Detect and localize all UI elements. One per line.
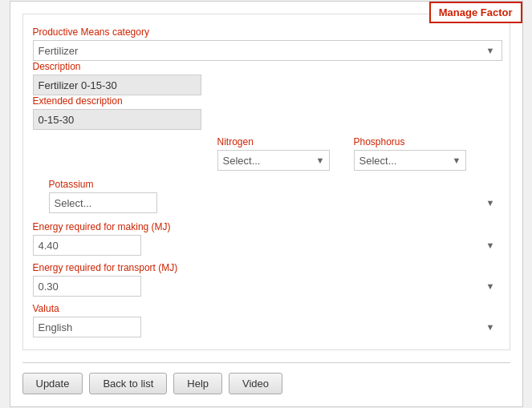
extended-description-group: Extended description <box>33 95 500 130</box>
productive-means-group: Productive Means category Fertilizer ▼ <box>33 26 500 61</box>
potassium-select-wrapper: Select... ▼ <box>49 192 500 213</box>
page-wrapper: Manage Factor Productive Means category … <box>10 1 523 407</box>
energy-transport-select-wrapper: 0.30 ▼ <box>33 276 500 297</box>
phosphorus-select[interactable]: Select... <box>354 150 466 171</box>
update-button[interactable]: Update <box>22 373 83 394</box>
phosphorus-select-wrapper: Select... ▼ <box>354 150 466 171</box>
energy-transport-select[interactable]: 0.30 <box>33 276 141 297</box>
nitrogen-group: Nitrogen Select... ▼ <box>217 136 330 171</box>
nitrogen-select-wrapper: Select... ▼ <box>217 150 330 171</box>
energy-transport-arrow-icon: ▼ <box>486 281 495 291</box>
bottom-buttons-row: Update Back to list Help Video <box>22 362 510 394</box>
energy-making-group: Energy required for making (MJ) 4.40 ▼ <box>33 221 500 256</box>
nitrogen-phosphorus-row: Nitrogen Select... ▼ Phosphorus Select..… <box>217 136 500 171</box>
help-button[interactable]: Help <box>173 373 222 394</box>
form-area: Productive Means category Fertilizer ▼ D… <box>22 14 510 350</box>
valuta-group: Valuta English ▼ <box>33 303 500 337</box>
nitrogen-select[interactable]: Select... <box>217 150 330 171</box>
energy-making-arrow-icon: ▼ <box>486 240 495 250</box>
valuta-select[interactable]: English <box>33 317 141 337</box>
extended-description-input[interactable] <box>33 109 201 130</box>
productive-means-select-wrapper: Fertilizer ▼ <box>33 40 500 61</box>
productive-means-label: Productive Means category <box>33 26 500 38</box>
extended-description-label: Extended description <box>33 95 500 107</box>
back-to-list-button[interactable]: Back to list <box>89 373 167 394</box>
productive-means-select[interactable]: Fertilizer <box>33 40 502 61</box>
energy-transport-label: Energy required for transport (MJ) <box>33 262 500 273</box>
valuta-label: Valuta <box>33 303 500 314</box>
potassium-group: Potassium Select... ▼ <box>49 179 500 213</box>
energy-making-select[interactable]: 4.40 <box>33 235 141 256</box>
video-button[interactable]: Video <box>229 373 282 394</box>
energy-transport-group: Energy required for transport (MJ) 0.30 … <box>33 262 500 297</box>
energy-making-select-wrapper: 4.40 ▼ <box>33 235 500 256</box>
potassium-select[interactable]: Select... <box>49 192 157 213</box>
valuta-select-wrapper: English ▼ <box>33 317 500 337</box>
valuta-arrow-icon: ▼ <box>486 322 495 332</box>
potassium-label: Potassium <box>49 179 500 190</box>
description-input[interactable] <box>33 75 201 95</box>
phosphorus-group: Phosphorus Select... ▼ <box>354 136 466 171</box>
nitrogen-label: Nitrogen <box>217 136 330 147</box>
manage-factor-button[interactable]: Manage Factor <box>429 2 522 23</box>
description-group: Description <box>33 61 500 95</box>
phosphorus-label: Phosphorus <box>354 136 466 147</box>
energy-making-label: Energy required for making (MJ) <box>33 221 500 232</box>
potassium-arrow-icon: ▼ <box>486 198 495 208</box>
description-label: Description <box>33 61 500 72</box>
